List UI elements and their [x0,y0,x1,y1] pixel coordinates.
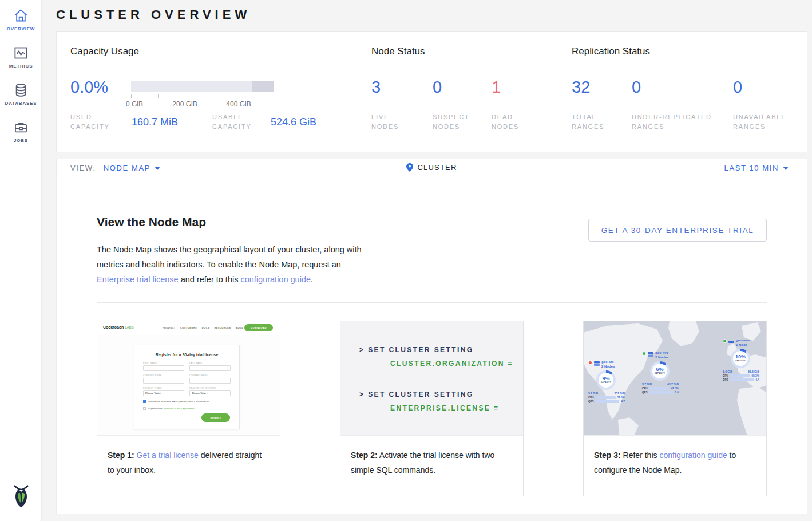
node-locality-geo-ams[interactable]: geo-ams1 Node 10%CAPACITY 3.6 GiB36.6 Gi… [723,338,766,381]
axis-tick-label: 400 GiB [226,100,251,108]
step-1-caption: Step 1: Get a trial license delivered st… [97,436,280,477]
metrics-icon [13,45,29,61]
sidebar-item-label: OVERVIEW [0,26,42,31]
submit-button[interactable]: SUBMIT [201,413,230,422]
usable-capacity-value: 524.6 GiB [271,116,316,128]
axis-tick [239,94,239,98]
nodes-stack-icon [647,351,654,358]
axis-tick [212,94,212,98]
node-status-title: Node Status [371,46,425,57]
node-locality-geo-sfo[interactable]: geo-sfo2 Nodes 9%CAPACITY 3.2 GiB351 GiB… [588,360,637,403]
location-pin-icon [406,163,413,172]
total-ranges-value: 32 [572,78,590,97]
under-replicated-ranges-label: UNDER-REPLICATEDRANGES [632,112,712,132]
trial-registration-form: Register for a 30-day trial license FIRS… [134,345,240,429]
software-license-agreement-link[interactable]: Software License Agreement. [164,407,195,410]
jobs-icon [13,120,29,135]
enterprise-trial-license-link[interactable]: Enterprise trial license [97,275,179,284]
get-trial-license-link[interactable]: Get a trial license [137,451,199,460]
usable-capacity-label: USABLECAPACITY [212,112,252,132]
capacity-gauge: 9%CAPACITY [596,370,616,390]
section-description: The Node Map shows the geographical layo… [97,242,362,287]
under-replicated-ranges-value: 0 [632,78,641,97]
axis-tick [131,94,132,98]
capacity-bar-reserved-segment [252,81,274,92]
license-agreement-checkbox[interactable] [143,407,146,410]
breadcrumb-cluster: CLUSTER [57,163,807,172]
first-name-field[interactable] [143,365,184,371]
step-1-thumbnail: CockroachLABS PRODUCT CUSTOMERS DOCS RES… [97,321,280,436]
dead-nodes-value: 1 [492,78,501,97]
step-3-caption: Step 3: Refer this configuration guide t… [584,436,766,477]
project-phase-select[interactable]: Please Select [143,390,184,396]
site-nav: PRODUCT CUSTOMERS DOCS RESOURCES BLOG [159,326,243,329]
enterprise-trial-button[interactable]: GET A 30-DAY ENTERPRISE TRIAL [588,219,767,242]
company-email-field[interactable] [189,378,231,384]
live-node-badge [723,339,727,343]
capacity-used-percent: 0.0% [70,78,108,97]
used-capacity-value: 160.7 MiB [132,116,178,128]
cockroach-labs-logo: CockroachLABS [103,325,134,329]
sidebar-item-label: METRICS [0,64,42,69]
section-title: View the Node Map [97,215,206,229]
replication-status-title: Replication Status [572,46,650,57]
cpu-sparkline [596,396,616,399]
configuration-guide-link[interactable]: configuration guide [240,275,311,284]
nodes-stack-icon [593,360,600,367]
live-nodes-label: LIVENODES [371,112,399,132]
download-button[interactable]: DOWNLOAD [244,324,273,331]
step-2-card: > SET CLUSTER SETTING CLUSTER.ORGANIZATI… [340,321,524,496]
node-map-panel: View the Node Map The Node Map shows the… [56,177,807,514]
cpu-sparkline [649,387,669,390]
live-nodes-value: 3 [371,78,381,97]
cpu-sparkline [730,374,750,377]
axis-tick-label: 0 GiB [126,100,143,108]
axis-tick [266,94,266,98]
nav-blog[interactable]: BLOG [236,326,243,329]
capacity-gauge: 10%CAPACITY [731,349,750,368]
cockroachdb-logo [0,484,42,511]
email-updates-checkbox[interactable] [143,400,146,403]
cockroach-icon [10,484,32,508]
sidebar-item-overview[interactable]: OVERVIEW [0,0,42,37]
time-range-selector[interactable]: LAST 10 MIN [724,164,789,172]
databases-icon [13,82,29,98]
step-1-card: CockroachLABS PRODUCT CUSTOMERS DOCS RES… [97,321,280,496]
reason-for-interest-select[interactable]: Please Select [189,390,231,396]
unavailable-ranges-value: 0 [733,78,742,97]
view-bar: VIEW: NODE MAP CLUSTER LAST 10 MIN [56,159,807,177]
main-content: CLUSTER OVERVIEW Capacity Usage 0.0% 0 G… [42,0,812,521]
configuration-guide-link[interactable]: configuration guide [659,451,727,460]
sidebar-item-databases[interactable]: DATABASES [0,74,42,112]
nav-customers[interactable]: CUSTOMERS [180,326,197,329]
used-capacity-label: USEDCAPACITY [70,112,110,132]
cluster-summary-card: Capacity Usage 0.0% 0 GiB 200 GiB 400 Gi… [56,31,807,152]
sidebar-item-label: DATABASES [0,101,42,106]
step-3-node-map-preview: geo-sfo2 Nodes 9%CAPACITY 3.2 GiB351 GiB… [584,321,766,436]
node-locality-geo-nyc[interactable]: geo-nyc2 Nodes 6%CAPACITY 3.7 GiB43.7 Gi… [642,351,691,394]
live-node-badge [642,352,646,356]
step-3-card: geo-sfo2 Nodes 9%CAPACITY 3.2 GiB351 GiB… [583,321,767,496]
unavailable-ranges-label: UNAVAILABLERANGES [733,112,786,132]
total-ranges-label: TOTALRANGES [572,112,604,132]
dead-nodes-label: DEADNODES [492,112,519,132]
axis-tick [185,94,185,98]
form-title: Register for a 30-day trial license [134,353,239,357]
company-name-field[interactable] [143,378,184,384]
sidebar-item-jobs[interactable]: JOBS [0,112,42,149]
sidebar-item-metrics[interactable]: METRICS [0,37,42,74]
nav-docs[interactable]: DOCS [202,326,209,329]
nodes-stack-icon [728,338,735,345]
nav-resources[interactable]: RESOURCES [214,326,231,329]
capacity-gauge: 6%CAPACITY [650,361,670,381]
step-2-code-snippet: > SET CLUSTER SETTING CLUSTER.ORGANIZATI… [340,321,523,436]
qps-sparkline [649,391,673,394]
page-title: CLUSTER OVERVIEW [56,7,251,22]
nav-product[interactable]: PRODUCT [163,326,176,329]
axis-tick-label: 200 GiB [172,100,197,108]
last-name-field[interactable] [189,365,231,371]
sidebar: OVERVIEW METRICS DATABASES JOBS [0,0,42,521]
dead-node-badge [588,361,592,365]
axis-tick [158,94,159,98]
chevron-down-icon [783,167,789,170]
